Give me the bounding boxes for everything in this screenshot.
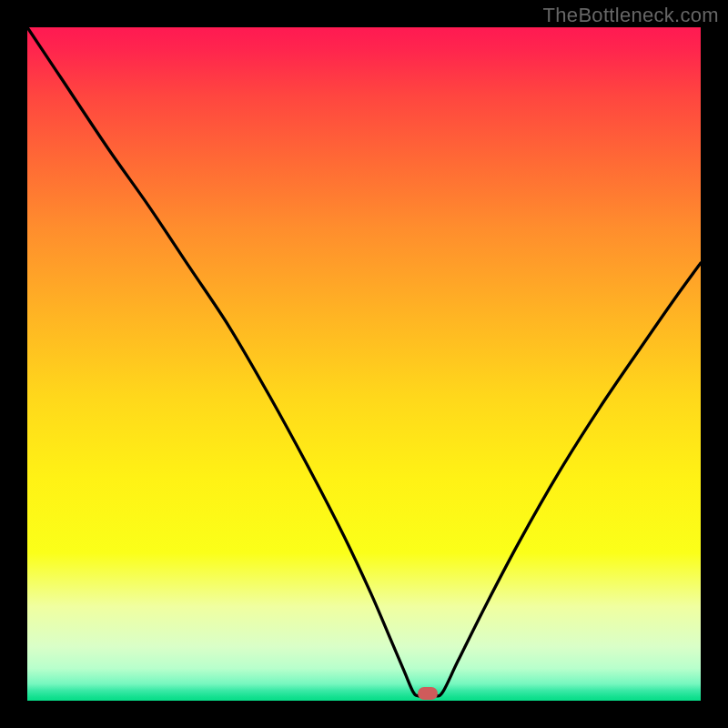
optimal-point-marker xyxy=(418,687,438,700)
watermark-text: TheBottleneck.com xyxy=(543,4,719,27)
bottleneck-curve xyxy=(27,27,701,701)
plot-area xyxy=(27,27,701,701)
